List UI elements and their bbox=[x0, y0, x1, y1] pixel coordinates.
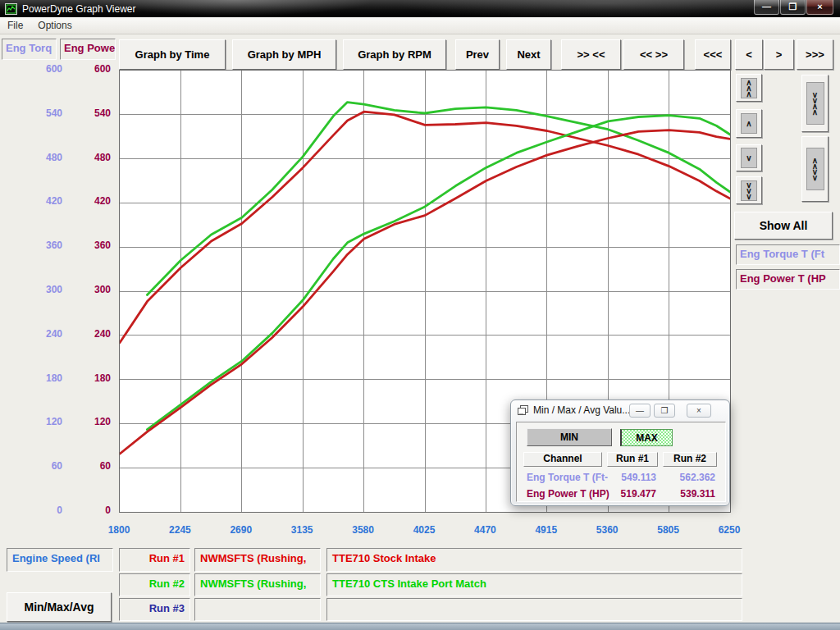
powerdyne-window: PowerDyne Graph Viewer — ❐ × File Option… bbox=[0, 0, 840, 630]
minmax-panel: MIN MAX Channel Run #1 Run #2 Eng Torque… bbox=[516, 422, 726, 502]
minmax-power-run1-value: 519.477 bbox=[607, 488, 656, 500]
window-bottom-frame bbox=[0, 623, 840, 630]
x-axis-tick: 2245 bbox=[155, 524, 204, 536]
axis-button-power[interactable]: Eng Powe bbox=[60, 39, 116, 60]
scroll-down-button[interactable]: ∨ bbox=[736, 144, 762, 171]
y-axis-power-tick: 480 bbox=[66, 152, 111, 163]
menu-options[interactable]: Options bbox=[30, 18, 79, 33]
run-source-3[interactable] bbox=[194, 598, 321, 621]
jump-first-button[interactable]: <<< bbox=[695, 39, 731, 70]
graph-by-time-button[interactable]: Graph by Time bbox=[119, 39, 226, 70]
run-source-1[interactable]: NWMSFTS (Rushing, bbox=[194, 548, 321, 572]
step-out-button[interactable]: << >> bbox=[623, 39, 684, 70]
y-axis-power-tick: 180 bbox=[66, 372, 111, 384]
run-label-3[interactable]: Run #3 bbox=[119, 598, 190, 621]
max-button[interactable]: MAX bbox=[620, 429, 673, 446]
y-axis-torque-tick: 60 bbox=[7, 460, 62, 472]
y-axis-torque-tick: 480 bbox=[7, 152, 62, 163]
y-axis-torque-tick: 0 bbox=[7, 504, 62, 516]
y-axis-power-tick: 600 bbox=[66, 63, 111, 75]
minmax-row-torque-label: Eng Torque T (Ft- bbox=[527, 472, 608, 483]
minmax-close-icon[interactable]: × bbox=[687, 404, 711, 418]
minmax-torque-run1-value: 549.113 bbox=[607, 472, 656, 483]
show-all-button[interactable]: Show All bbox=[734, 212, 833, 240]
y-axis-torque-tick: 420 bbox=[7, 195, 62, 207]
zoom-converge-button-icon: ∨∨∧∧ bbox=[806, 82, 824, 125]
min-max-avg-button[interactable]: Min/Max/Avg bbox=[7, 592, 112, 622]
zoom-diverge-button-icon: ∧∧∨∨ bbox=[806, 148, 824, 190]
window-title: PowerDyne Graph Viewer bbox=[22, 3, 136, 15]
y-axis-power-tick: 420 bbox=[66, 195, 111, 207]
scroll-top-button[interactable]: ∧∧∧ bbox=[736, 74, 762, 102]
y-axis-torque-tick: 300 bbox=[7, 284, 62, 295]
channel-label-torque[interactable]: Eng Torque T (Ft bbox=[736, 244, 840, 265]
y-axis-power-tick: 300 bbox=[66, 284, 111, 295]
run-comment-3[interactable] bbox=[326, 598, 742, 621]
x-axis-tick: 3135 bbox=[277, 524, 326, 536]
menu-file[interactable]: File bbox=[0, 18, 30, 33]
graph-by-mph-button[interactable]: Graph by MPH bbox=[232, 39, 336, 70]
y-axis-power-tick: 120 bbox=[66, 416, 111, 427]
y-axis-torque-tick: 240 bbox=[7, 328, 62, 340]
minmax-col-run1: Run #1 bbox=[607, 452, 658, 467]
title-bar: PowerDyne Graph Viewer — ❐ × bbox=[0, 0, 840, 17]
run-comment-1[interactable]: TTE710 Stock Intake bbox=[326, 548, 742, 572]
graph-by-rpm-button[interactable]: Graph by RPM bbox=[343, 39, 446, 70]
step-left-button[interactable]: < bbox=[735, 39, 763, 70]
y-axis-power-tick: 240 bbox=[66, 328, 111, 340]
step-in-button[interactable]: >> << bbox=[561, 39, 621, 70]
minmax-minimize-icon[interactable]: — bbox=[629, 404, 651, 418]
scroll-top-button-icon: ∧∧∧ bbox=[741, 78, 757, 98]
minmax-window-icon bbox=[518, 405, 529, 416]
run-comment-2[interactable]: TTE710 CTS Intake Port Match bbox=[326, 573, 742, 596]
zoom-converge-button[interactable]: ∨∨∧∧ bbox=[801, 75, 829, 132]
min-button[interactable]: MIN bbox=[527, 428, 612, 446]
y-axis-torque-tick: 120 bbox=[7, 416, 62, 427]
channel-label-power[interactable]: Eng Power T (HP bbox=[736, 269, 840, 290]
curve-run-2-eng-power-t-hp- bbox=[147, 116, 730, 430]
zoom-diverge-button[interactable]: ∧∧∨∨ bbox=[801, 136, 829, 202]
minmax-row-power-label: Eng Power T (HP) bbox=[527, 488, 609, 500]
y-axis-torque-tick: 360 bbox=[7, 240, 62, 251]
app-icon bbox=[5, 3, 17, 15]
minmax-restore-icon[interactable]: ❐ bbox=[654, 404, 675, 418]
x-axis-tick: 5805 bbox=[644, 524, 693, 536]
engine-speed-field: Engine Speed (RI bbox=[7, 548, 113, 572]
x-axis-tick: 4915 bbox=[522, 524, 571, 536]
y-axis-power-tick: 60 bbox=[66, 460, 111, 472]
x-axis-tick: 4470 bbox=[460, 524, 509, 536]
next-button[interactable]: Next bbox=[506, 39, 551, 70]
x-axis-tick: 2690 bbox=[217, 524, 266, 536]
minimize-icon[interactable]: — bbox=[754, 0, 779, 15]
y-axis-power-tick: 540 bbox=[66, 107, 111, 119]
axis-button-torque[interactable]: Eng Torq bbox=[2, 39, 57, 60]
x-axis-tick: 3580 bbox=[339, 524, 388, 536]
minmax-window-title: Min / Max / Avg Valu... bbox=[533, 404, 630, 416]
run-source-2[interactable]: NWMSFTS (Rushing, bbox=[194, 573, 321, 596]
scroll-down-button-icon: ∨ bbox=[741, 148, 757, 168]
restore-icon[interactable]: ❐ bbox=[780, 0, 806, 15]
minmax-power-run2-value: 539.311 bbox=[663, 488, 715, 500]
minmax-torque-run2-value: 562.362 bbox=[663, 472, 715, 483]
y-axis-power-tick: 0 bbox=[66, 504, 111, 516]
minmax-window[interactable]: Min / Max / Avg Valu... — ❐ × MIN MAX Ch… bbox=[510, 399, 730, 506]
jump-last-button[interactable]: >>> bbox=[797, 39, 833, 70]
y-axis-power-tick: 360 bbox=[66, 240, 111, 251]
run-label-1[interactable]: Run #1 bbox=[119, 548, 190, 572]
y-axis-torque-tick: 600 bbox=[7, 63, 62, 75]
x-axis-tick: 6250 bbox=[705, 524, 754, 536]
prev-button[interactable]: Prev bbox=[455, 39, 500, 70]
y-axis-torque-tick: 180 bbox=[7, 372, 62, 384]
scroll-up-button[interactable]: ∧ bbox=[736, 109, 762, 138]
menu-bar: File Options bbox=[0, 17, 840, 34]
x-axis-tick: 5360 bbox=[582, 524, 632, 536]
close-icon[interactable]: × bbox=[806, 0, 833, 15]
x-axis-tick: 4025 bbox=[399, 524, 449, 536]
x-axis-tick: 1800 bbox=[94, 524, 144, 536]
step-right-button[interactable]: > bbox=[764, 39, 794, 70]
scroll-bottom-button[interactable]: ∨∨∨ bbox=[736, 176, 762, 204]
minmax-col-channel: Channel bbox=[523, 452, 602, 467]
run-label-2[interactable]: Run #2 bbox=[119, 573, 190, 596]
minmax-title-bar[interactable]: Min / Max / Avg Valu... — ❐ × bbox=[511, 400, 729, 420]
y-axis-torque-tick: 540 bbox=[7, 107, 62, 119]
